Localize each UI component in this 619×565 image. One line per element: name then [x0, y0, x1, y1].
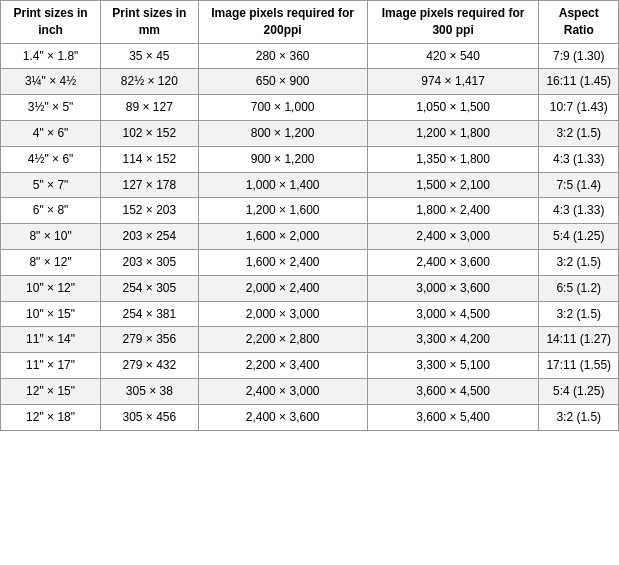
table-cell: 11" × 17"	[1, 353, 101, 379]
table-row: 1.4" × 1.8"35 × 45280 × 360420 × 5407:9 …	[1, 43, 619, 69]
table-cell: 3,600 × 4,500	[367, 378, 539, 404]
table-cell: 974 × 1,417	[367, 69, 539, 95]
table-cell: 10:7 (1.43)	[539, 95, 619, 121]
table-cell: 1,600 × 2,400	[198, 249, 367, 275]
table-row: 4" × 6"102 × 152800 × 1,2001,200 × 1,800…	[1, 120, 619, 146]
table-row: 11" × 14"279 × 3562,200 × 2,8003,300 × 4…	[1, 327, 619, 353]
table-row: 8" × 12"203 × 3051,600 × 2,4002,400 × 3,…	[1, 249, 619, 275]
table-cell: 305 × 456	[101, 404, 198, 430]
table-row: 11" × 17"279 × 4322,200 × 3,4003,300 × 5…	[1, 353, 619, 379]
table-cell: 3:2 (1.5)	[539, 120, 619, 146]
table-cell: 82½ × 120	[101, 69, 198, 95]
table-cell: 12" × 18"	[1, 404, 101, 430]
header-row: Print sizes in inchPrint sizes in mmImag…	[1, 1, 619, 44]
table-cell: 203 × 305	[101, 249, 198, 275]
table-row: 5" × 7"127 × 1781,000 × 1,4001,500 × 2,1…	[1, 172, 619, 198]
table-cell: 2,400 × 3,000	[198, 378, 367, 404]
table-cell: 7:5 (1.4)	[539, 172, 619, 198]
table-cell: 4" × 6"	[1, 120, 101, 146]
table-cell: 12" × 15"	[1, 378, 101, 404]
table-cell: 280 × 360	[198, 43, 367, 69]
table-cell: 35 × 45	[101, 43, 198, 69]
table-cell: 1,800 × 2,400	[367, 198, 539, 224]
table-cell: 2,400 × 3,600	[198, 404, 367, 430]
column-header: Aspect Ratio	[539, 1, 619, 44]
table-cell: 1,500 × 2,100	[367, 172, 539, 198]
table-cell: 3,000 × 4,500	[367, 301, 539, 327]
table-cell: 89 × 127	[101, 95, 198, 121]
table-cell: 1,200 × 1,800	[367, 120, 539, 146]
table-cell: 279 × 432	[101, 353, 198, 379]
table-cell: 3:2 (1.5)	[539, 249, 619, 275]
table-cell: 254 × 381	[101, 301, 198, 327]
table-cell: 1,200 × 1,600	[198, 198, 367, 224]
table-cell: 1.4" × 1.8"	[1, 43, 101, 69]
table-cell: 3½" × 5"	[1, 95, 101, 121]
table-cell: 2,200 × 2,800	[198, 327, 367, 353]
print-sizes-table: Print sizes in inchPrint sizes in mmImag…	[0, 0, 619, 431]
table-cell: 7:9 (1.30)	[539, 43, 619, 69]
table-cell: 10" × 12"	[1, 275, 101, 301]
table-cell: 5:4 (1.25)	[539, 224, 619, 250]
column-header: Print sizes in mm	[101, 1, 198, 44]
column-header: Image pixels required for 200ppi	[198, 1, 367, 44]
table-cell: 4:3 (1.33)	[539, 146, 619, 172]
table-cell: 3:2 (1.5)	[539, 404, 619, 430]
table-cell: 1,600 × 2,000	[198, 224, 367, 250]
table-cell: 3¼" × 4½	[1, 69, 101, 95]
table-row: 8" × 10"203 × 2541,600 × 2,0002,400 × 3,…	[1, 224, 619, 250]
table-cell: 11" × 14"	[1, 327, 101, 353]
column-header: Print sizes in inch	[1, 1, 101, 44]
table-cell: 4:3 (1.33)	[539, 198, 619, 224]
table-cell: 900 × 1,200	[198, 146, 367, 172]
table-cell: 17:11 (1.55)	[539, 353, 619, 379]
table-cell: 2,200 × 3,400	[198, 353, 367, 379]
table-cell: 3:2 (1.5)	[539, 301, 619, 327]
table-cell: 1,000 × 1,400	[198, 172, 367, 198]
table-cell: 3,000 × 3,600	[367, 275, 539, 301]
column-header: Image pixels required for 300 ppi	[367, 1, 539, 44]
table-cell: 152 × 203	[101, 198, 198, 224]
table-cell: 2,000 × 2,400	[198, 275, 367, 301]
table-cell: 127 × 178	[101, 172, 198, 198]
table-cell: 305 × 38	[101, 378, 198, 404]
table-cell: 3,300 × 4,200	[367, 327, 539, 353]
table-cell: 420 × 540	[367, 43, 539, 69]
table-row: 10" × 12"254 × 3052,000 × 2,4003,000 × 3…	[1, 275, 619, 301]
table-cell: 1,050 × 1,500	[367, 95, 539, 121]
table-cell: 102 × 152	[101, 120, 198, 146]
table-row: 6" × 8"152 × 2031,200 × 1,6001,800 × 2,4…	[1, 198, 619, 224]
table-cell: 10" × 15"	[1, 301, 101, 327]
table-cell: 203 × 254	[101, 224, 198, 250]
table-cell: 254 × 305	[101, 275, 198, 301]
table-cell: 2,400 × 3,600	[367, 249, 539, 275]
table-cell: 700 × 1,000	[198, 95, 367, 121]
table-cell: 650 × 900	[198, 69, 367, 95]
table-cell: 5:4 (1.25)	[539, 378, 619, 404]
table-row: 3½" × 5"89 × 127700 × 1,0001,050 × 1,500…	[1, 95, 619, 121]
table-cell: 8" × 10"	[1, 224, 101, 250]
table-cell: 2,000 × 3,000	[198, 301, 367, 327]
table-cell: 3,600 × 5,400	[367, 404, 539, 430]
table-cell: 279 × 356	[101, 327, 198, 353]
table-cell: 6" × 8"	[1, 198, 101, 224]
table-row: 12" × 18"305 × 4562,400 × 3,6003,600 × 5…	[1, 404, 619, 430]
table-cell: 2,400 × 3,000	[367, 224, 539, 250]
table-cell: 16:11 (1.45)	[539, 69, 619, 95]
table-cell: 1,350 × 1,800	[367, 146, 539, 172]
table-cell: 4½" × 6"	[1, 146, 101, 172]
table-cell: 14:11 (1.27)	[539, 327, 619, 353]
table-cell: 8" × 12"	[1, 249, 101, 275]
table-cell: 6:5 (1.2)	[539, 275, 619, 301]
table-row: 4½" × 6"114 × 152900 × 1,2001,350 × 1,80…	[1, 146, 619, 172]
table-row: 12" × 15"305 × 382,400 × 3,0003,600 × 4,…	[1, 378, 619, 404]
table-row: 3¼" × 4½82½ × 120650 × 900974 × 1,41716:…	[1, 69, 619, 95]
table-cell: 3,300 × 5,100	[367, 353, 539, 379]
table-cell: 114 × 152	[101, 146, 198, 172]
table-row: 10" × 15"254 × 3812,000 × 3,0003,000 × 4…	[1, 301, 619, 327]
table-cell: 800 × 1,200	[198, 120, 367, 146]
table-cell: 5" × 7"	[1, 172, 101, 198]
